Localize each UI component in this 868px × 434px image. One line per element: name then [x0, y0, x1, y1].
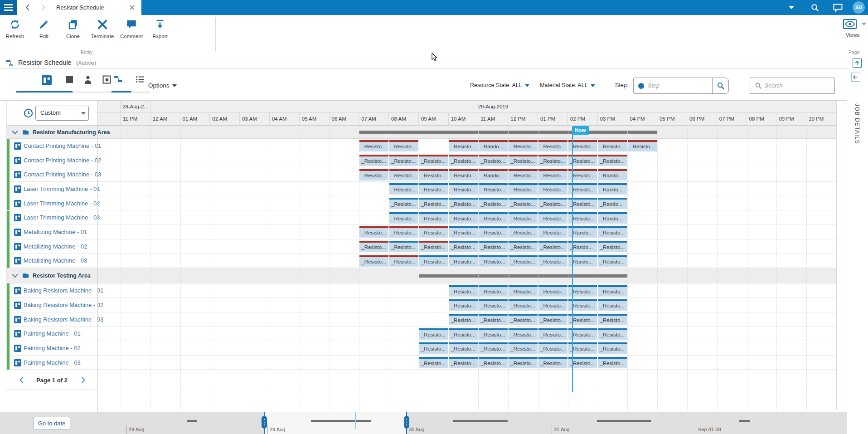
refresh-button[interactable]: Refresh: [1, 19, 29, 49]
task-bar[interactable]: _Resisto...: [449, 255, 478, 267]
task-bar[interactable]: _Resisto...: [538, 198, 567, 209]
task-bar[interactable]: _Resisto...: [449, 198, 478, 209]
task-bar[interactable]: _Resisto...: [419, 169, 448, 180]
task-bar[interactable]: _Resisto...: [479, 285, 508, 297]
task-bar[interactable]: _Resisto...: [449, 314, 478, 325]
task-bar[interactable]: _Resisto...: [598, 140, 627, 151]
expand-job-details-icon[interactable]: [851, 73, 860, 82]
task-bar[interactable]: _Resisto...: [389, 183, 418, 195]
export-button[interactable]: Export: [146, 19, 174, 49]
task-bar[interactable]: _Resisto...: [389, 169, 418, 180]
topbar-dropdown-caret-icon[interactable]: [789, 6, 794, 10]
chat-icon[interactable]: [833, 4, 843, 12]
task-bar[interactable]: _Resisto...: [449, 342, 478, 354]
task-bar[interactable]: _Rando...: [598, 169, 627, 180]
task-bar[interactable]: _Resisto...: [598, 241, 627, 252]
task-bar[interactable]: _Resisto...: [598, 314, 627, 325]
task-bar[interactable]: _Resisto...: [449, 140, 478, 151]
task-bar[interactable]: _Resisto...: [509, 285, 538, 297]
task-bar[interactable]: _Resisto...: [479, 342, 508, 354]
task-bar[interactable]: _Resisto...: [509, 212, 538, 224]
task-bar[interactable]: _Resisto...: [538, 226, 567, 238]
time-preset-dropdown[interactable]: Custom: [35, 106, 89, 121]
task-bar[interactable]: _Resisto...: [479, 255, 508, 267]
task-bar[interactable]: _Resisto...: [538, 299, 567, 311]
task-bar[interactable]: _Resisto...: [479, 241, 508, 252]
search-input[interactable]: [765, 83, 834, 89]
mini-timeline-window[interactable]: [264, 412, 407, 434]
mini-range-handle-end[interactable]: [404, 416, 409, 429]
task-bar[interactable]: _Resisto...: [419, 241, 448, 252]
task-bar[interactable]: _Resisto...: [359, 241, 388, 252]
task-bar[interactable]: _Resisto...: [419, 328, 448, 340]
task-bar[interactable]: _Resisto...: [509, 328, 538, 340]
task-bar[interactable]: _Resisto...: [359, 255, 388, 267]
task-bar[interactable]: _Resisto...: [449, 285, 478, 297]
tab-list-mode[interactable]: [133, 75, 147, 89]
clone-button[interactable]: Clone: [59, 19, 87, 49]
resource-row-baking-resistors-machine-02[interactable]: Baking Resistors Machine - 02: [6, 298, 836, 312]
task-bar[interactable]: _Resisto...: [509, 241, 538, 252]
task-bar[interactable]: _Resisto...: [479, 212, 508, 224]
task-bar[interactable]: _Resisto...: [479, 155, 508, 166]
task-bar[interactable]: _Resisto...: [419, 212, 448, 224]
task-bar[interactable]: _Resisto...: [538, 357, 567, 368]
tab-resistor-schedule[interactable]: Resistor Schedule: [56, 0, 104, 15]
user-avatar[interactable]: SU: [853, 1, 865, 14]
forward-arrow-icon[interactable]: [40, 4, 46, 11]
task-bar[interactable]: _Rando...: [598, 183, 627, 195]
task-bar[interactable]: _Resisto...: [538, 212, 567, 224]
task-bar[interactable]: _Resisto...: [449, 183, 478, 195]
step-input[interactable]: [648, 83, 712, 89]
task-bar[interactable]: _Resisto...: [509, 198, 538, 209]
task-bar[interactable]: _Resisto...: [598, 255, 627, 267]
task-bar[interactable]: _Resisto...: [479, 226, 508, 238]
task-bar[interactable]: _Resisto...: [598, 285, 627, 297]
task-bar[interactable]: _Resisto...: [359, 155, 388, 166]
task-bar[interactable]: _Resisto...: [538, 342, 567, 354]
task-bar[interactable]: _Resisto...: [419, 183, 448, 195]
close-tab-icon[interactable]: [129, 5, 135, 10]
hamburger-menu-button[interactable]: [0, 0, 17, 15]
task-bar[interactable]: _Resisto...: [479, 314, 508, 325]
task-bar[interactable]: _Resisto...: [419, 255, 448, 267]
task-bar[interactable]: _Resisto...: [509, 299, 538, 311]
task-bar[interactable]: _Resisto...: [419, 357, 448, 368]
tab-material-view[interactable]: [63, 75, 76, 89]
task-bar[interactable]: _Rando...: [598, 212, 627, 224]
task-bar[interactable]: _Resisto...: [359, 226, 388, 238]
task-bar[interactable]: _Resisto...: [419, 155, 448, 166]
task-bar[interactable]: _Resisto...: [479, 183, 508, 195]
edit-button[interactable]: Edit: [30, 19, 58, 49]
task-bar[interactable]: _Resisto...: [449, 241, 478, 252]
task-bar[interactable]: _Resisto...: [359, 169, 388, 180]
next-page-icon[interactable]: [81, 376, 86, 384]
task-bar[interactable]: _Resisto...: [538, 328, 567, 340]
task-bar[interactable]: _Resisto...: [389, 241, 418, 252]
task-bar[interactable]: _Rando...: [598, 198, 627, 209]
tab-gantt-mode[interactable]: [112, 75, 125, 89]
comment-button[interactable]: Comment: [117, 19, 145, 49]
task-bar[interactable]: _Resisto...: [389, 255, 418, 267]
task-bar[interactable]: _Resisto...: [538, 255, 567, 267]
task-bar[interactable]: _Resisto...: [479, 299, 508, 311]
task-bar[interactable]: _Resisto...: [598, 299, 627, 311]
task-bar[interactable]: _Resisto...: [389, 198, 418, 209]
task-bar[interactable]: _Resisto...: [449, 226, 478, 238]
resource-state-filter[interactable]: Resource State: ALL: [470, 82, 529, 88]
task-bar[interactable]: _Resisto...: [449, 212, 478, 224]
task-bar[interactable]: _Resisto...: [598, 357, 627, 368]
collapse-chevron-icon[interactable]: [11, 272, 19, 280]
task-bar[interactable]: _Resisto...: [509, 226, 538, 238]
step-search-button[interactable]: [712, 78, 728, 93]
task-bar[interactable]: _Resisto...: [389, 140, 418, 151]
task-bar[interactable]: _Resisto...: [389, 155, 418, 166]
collapse-chevron-icon[interactable]: [11, 128, 19, 137]
task-bar[interactable]: _Resisto...: [538, 169, 567, 180]
task-bar[interactable]: _Resisto...: [509, 140, 538, 151]
task-bar[interactable]: _Resisto...: [509, 357, 538, 368]
options-menu[interactable]: Options: [148, 82, 177, 89]
task-bar[interactable]: _Resisto...: [538, 183, 567, 195]
task-bar[interactable]: _Resisto...: [389, 226, 418, 238]
task-bar[interactable]: _Resisto...: [419, 226, 448, 238]
